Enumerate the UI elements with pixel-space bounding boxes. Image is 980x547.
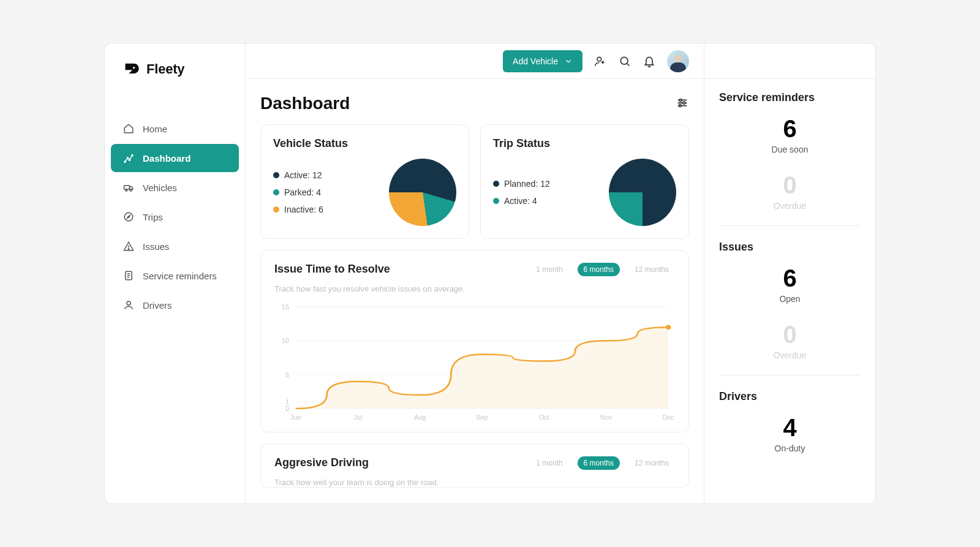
sidebar-item-label: Home bbox=[143, 124, 167, 134]
chart-icon bbox=[123, 153, 134, 164]
trip-status-card: Trip Status Planned: 12 Active: 4 bbox=[480, 124, 689, 239]
sidebar-item-drivers[interactable]: Drivers bbox=[111, 291, 239, 319]
bell-icon bbox=[643, 55, 655, 67]
legend-item: Inactive: 6 bbox=[273, 205, 323, 214]
avatar[interactable] bbox=[667, 50, 689, 72]
filter-button[interactable] bbox=[676, 96, 689, 111]
status-cards-row: Vehicle Status Active: 12 Parked: 4 Inac… bbox=[260, 124, 689, 239]
nav: Home Dashboard Vehicles Trips Issues Ser… bbox=[111, 115, 239, 319]
range-tabs: 1 month 6 months 12 months bbox=[530, 456, 675, 470]
right-panel: Service reminders 6 Due soon 0 Overdue I… bbox=[704, 43, 875, 504]
card-title: Trip Status bbox=[493, 137, 676, 150]
stat-value: 0 bbox=[719, 322, 861, 347]
right-top-spacer bbox=[704, 43, 875, 79]
svg-rect-5 bbox=[124, 186, 130, 189]
stat-value: 6 bbox=[719, 266, 861, 290]
topbar: Add Vehicle bbox=[246, 43, 704, 79]
svg-text:10: 10 bbox=[282, 338, 289, 345]
issue-time-card: Issue Time to Resolve Track how fast you… bbox=[260, 250, 689, 432]
svg-text:Aug: Aug bbox=[414, 414, 426, 421]
sidebar-item-trips[interactable]: Trips bbox=[111, 203, 239, 231]
range-tab-12months[interactable]: 12 months bbox=[628, 456, 675, 470]
svg-point-16 bbox=[679, 104, 682, 107]
search-icon bbox=[619, 55, 631, 67]
person-icon bbox=[123, 300, 134, 311]
svg-text:Dec: Dec bbox=[662, 414, 674, 421]
legend-label: Planned: 12 bbox=[504, 179, 550, 189]
svg-point-1 bbox=[124, 161, 126, 162]
legend-dot-icon bbox=[493, 198, 499, 204]
stat-value: 6 bbox=[719, 116, 861, 141]
legend-dot-icon bbox=[493, 181, 499, 187]
card-title: Aggresive Driving bbox=[274, 456, 439, 469]
add-vehicle-label: Add Vehicle bbox=[513, 56, 558, 66]
stat-label: Due soon bbox=[719, 145, 861, 154]
chevron-down-icon bbox=[564, 57, 573, 66]
legend-dot-icon bbox=[273, 206, 279, 213]
section-title: Issues bbox=[719, 241, 861, 254]
stat-label: Open bbox=[719, 294, 861, 304]
svg-point-11 bbox=[127, 301, 130, 305]
svg-point-34 bbox=[666, 325, 671, 330]
range-tab-6months[interactable]: 6 months bbox=[578, 263, 620, 276]
page-header: Dashboard bbox=[260, 94, 689, 113]
card-subtitle: Track how well your team is doing on the… bbox=[274, 478, 439, 487]
stat-due-soon: 6 Due soon bbox=[719, 116, 861, 154]
sidebar-item-label: Dashboard bbox=[143, 153, 190, 164]
trip-status-legend: Planned: 12 Active: 4 bbox=[493, 179, 550, 206]
sidebar-item-issues[interactable]: Issues bbox=[111, 232, 239, 260]
svg-text:15: 15 bbox=[282, 304, 289, 311]
divider bbox=[719, 375, 861, 375]
svg-point-15 bbox=[683, 102, 685, 104]
section-title: Drivers bbox=[719, 390, 861, 403]
legend-label: Active: 12 bbox=[284, 170, 322, 180]
brand: Fleety bbox=[111, 61, 239, 115]
service-reminders-section: Service reminders 6 Due soon 0 Overdue bbox=[719, 91, 861, 211]
sidebar-item-vehicles[interactable]: Vehicles bbox=[111, 173, 239, 202]
svg-text:Jul: Jul bbox=[353, 414, 362, 421]
range-tab-12months[interactable]: 12 months bbox=[628, 263, 675, 276]
issue-time-chart: 0151015JunJulAugSepOctNovDec bbox=[274, 301, 675, 423]
add-user-button[interactable] bbox=[594, 55, 607, 68]
svg-point-2 bbox=[127, 157, 128, 159]
svg-text:Jun: Jun bbox=[290, 414, 301, 421]
sidebar-item-label: Service reminders bbox=[143, 271, 217, 281]
range-tab-6months[interactable]: 6 months bbox=[578, 456, 620, 470]
svg-point-12 bbox=[597, 57, 601, 61]
range-tab-1month[interactable]: 1 month bbox=[530, 263, 568, 276]
stat-overdue: 0 Overdue bbox=[719, 173, 861, 211]
main-column: Add Vehicle Dashboard bbox=[246, 43, 704, 504]
page-title: Dashboard bbox=[260, 94, 350, 113]
add-vehicle-button[interactable]: Add Vehicle bbox=[503, 50, 582, 72]
truck-icon bbox=[123, 182, 134, 193]
stat-value: 4 bbox=[719, 415, 861, 440]
stat-open: 6 Open bbox=[719, 266, 861, 304]
svg-point-4 bbox=[132, 154, 133, 156]
range-tabs: 1 month 6 months 12 months bbox=[530, 263, 675, 276]
notifications-button[interactable] bbox=[643, 55, 656, 68]
document-icon bbox=[123, 270, 134, 281]
brand-logo-icon bbox=[123, 61, 140, 78]
sliders-icon bbox=[676, 96, 689, 110]
home-icon bbox=[123, 123, 134, 134]
legend-label: Parked: 4 bbox=[284, 187, 321, 197]
svg-point-13 bbox=[620, 57, 628, 64]
sidebar-item-home[interactable]: Home bbox=[111, 115, 239, 143]
brand-name: Fleety bbox=[146, 61, 184, 77]
range-tab-1month[interactable]: 1 month bbox=[530, 456, 568, 470]
sidebar-item-service-reminders[interactable]: Service reminders bbox=[111, 262, 239, 290]
drivers-section: Drivers 4 On-duty bbox=[719, 390, 861, 453]
svg-point-0 bbox=[133, 67, 135, 69]
svg-text:Nov: Nov bbox=[600, 414, 612, 421]
divider bbox=[719, 225, 861, 226]
sidebar-item-label: Vehicles bbox=[143, 183, 177, 193]
svg-point-3 bbox=[129, 159, 130, 160]
vehicle-status-card: Vehicle Status Active: 12 Parked: 4 Inac… bbox=[260, 124, 469, 239]
app-frame: Fleety Home Dashboard Vehicles Trips Iss… bbox=[104, 43, 876, 504]
search-button[interactable] bbox=[618, 55, 631, 68]
svg-text:5: 5 bbox=[285, 372, 289, 379]
card-title: Vehicle Status bbox=[273, 137, 456, 150]
sidebar: Fleety Home Dashboard Vehicles Trips Iss… bbox=[105, 43, 246, 504]
sidebar-item-dashboard[interactable]: Dashboard bbox=[111, 144, 239, 172]
sidebar-item-label: Drivers bbox=[143, 300, 172, 311]
